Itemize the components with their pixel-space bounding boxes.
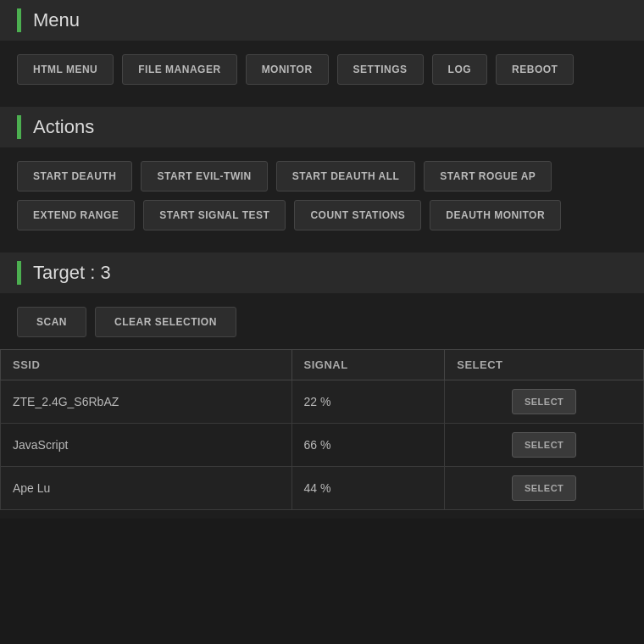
target-section: Target : 3 SCAN CLEAR SELECTION SSID SIG… xyxy=(0,253,644,519)
table-row: JavaScript 66 % SELECT xyxy=(1,424,644,467)
log-button[interactable]: LOG xyxy=(432,54,488,85)
menu-section: Menu HTML MENU FILE MANAGER MONITOR SETT… xyxy=(0,0,644,107)
deauth-monitor-button[interactable]: DEAUTH MONITOR xyxy=(430,200,561,230)
table-row: ZTE_2.4G_S6RbAZ 22 % SELECT xyxy=(1,380,644,424)
ssid-cell: Ape Lu xyxy=(1,467,292,510)
select-cell: SELECT xyxy=(445,424,644,467)
main-container: Menu HTML MENU FILE MANAGER MONITOR SETT… xyxy=(0,0,644,519)
settings-button[interactable]: SETTINGS xyxy=(337,54,424,85)
select-cell: SELECT xyxy=(445,467,644,510)
wifi-table-head: SSID SIGNAL SELECT xyxy=(1,350,644,380)
wifi-table-header-row: SSID SIGNAL SELECT xyxy=(1,350,644,380)
actions-title: Actions xyxy=(33,116,94,138)
select-button-1[interactable]: SELECT xyxy=(512,432,576,458)
start-signal-test-button[interactable]: START SIGNAL TEST xyxy=(143,200,286,230)
menu-header: Menu xyxy=(0,0,644,41)
start-rogue-ap-button[interactable]: START ROGUE AP xyxy=(424,161,552,192)
select-button-2[interactable]: SELECT xyxy=(512,475,576,501)
col-ssid: SSID xyxy=(1,350,292,380)
signal-cell: 44 % xyxy=(291,467,445,510)
actions-header: Actions xyxy=(0,107,644,147)
start-deauth-button[interactable]: START DEAUTH xyxy=(17,161,132,192)
target-header: Target : 3 xyxy=(0,253,644,293)
actions-accent xyxy=(17,115,21,139)
scan-row: SCAN CLEAR SELECTION xyxy=(0,307,644,349)
signal-cell: 66 % xyxy=(291,424,445,467)
menu-title: Menu xyxy=(33,9,80,31)
actions-button-grid: START DEAUTH START EVIL-TWIN START DEAUT… xyxy=(0,161,644,239)
col-signal: SIGNAL xyxy=(291,350,445,380)
start-evil-twin-button[interactable]: START EVIL-TWIN xyxy=(141,161,267,192)
reboot-button[interactable]: REBOOT xyxy=(496,54,574,85)
wifi-table: SSID SIGNAL SELECT ZTE_2.4G_S6RbAZ 22 % … xyxy=(0,349,644,510)
clear-selection-button[interactable]: CLEAR SELECTION xyxy=(95,307,236,337)
ssid-cell: JavaScript xyxy=(1,424,292,467)
scan-button[interactable]: SCAN xyxy=(17,307,86,337)
target-title: Target : 3 xyxy=(33,262,111,284)
actions-section: Actions START DEAUTH START EVIL-TWIN STA… xyxy=(0,107,644,253)
menu-accent xyxy=(17,8,21,32)
count-stations-button[interactable]: COUNT STATIONS xyxy=(294,200,421,230)
menu-button-grid: HTML MENU FILE MANAGER MONITOR SETTINGS … xyxy=(0,54,644,93)
ssid-cell: ZTE_2.4G_S6RbAZ xyxy=(1,380,292,424)
select-cell: SELECT xyxy=(445,380,644,424)
file-manager-button[interactable]: FILE MANAGER xyxy=(122,54,236,85)
select-button-0[interactable]: SELECT xyxy=(512,389,576,414)
html-menu-button[interactable]: HTML MENU xyxy=(17,54,114,85)
extend-range-button[interactable]: EXTEND RANGE xyxy=(17,200,135,230)
start-deauth-all-button[interactable]: START DEAUTH ALL xyxy=(276,161,416,192)
col-select: SELECT xyxy=(445,350,644,380)
target-accent xyxy=(17,261,21,285)
wifi-table-body: ZTE_2.4G_S6RbAZ 22 % SELECT JavaScript 6… xyxy=(1,380,644,510)
monitor-button[interactable]: MONITOR xyxy=(246,54,329,85)
table-row: Ape Lu 44 % SELECT xyxy=(1,467,644,510)
signal-cell: 22 % xyxy=(291,380,445,424)
